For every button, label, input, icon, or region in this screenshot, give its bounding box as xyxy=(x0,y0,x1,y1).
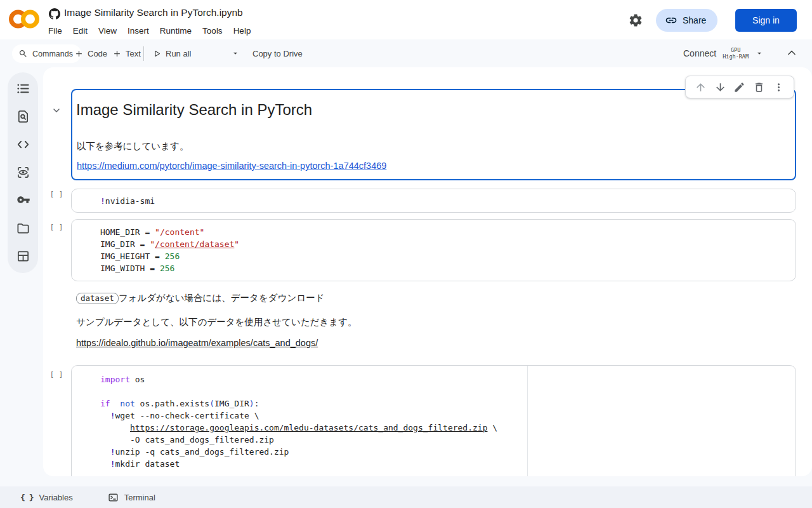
search-icon xyxy=(18,49,28,58)
menu-tools[interactable]: Tools xyxy=(202,26,223,36)
code-editor[interactable]: HOME_DIR = "/content"IMG_DIR = "/content… xyxy=(72,220,796,274)
files-folder-icon[interactable] xyxy=(16,221,30,236)
run-cell-button[interactable]: [ ] xyxy=(50,371,63,378)
share-button[interactable]: Share xyxy=(656,9,717,32)
add-text-label: Text xyxy=(126,49,141,58)
commands-button[interactable]: Commands xyxy=(12,44,81,63)
medium-article-link[interactable]: https://medium.com/pytorch/image-similar… xyxy=(77,161,386,171)
variables-label: Variables xyxy=(39,493,72,502)
runtime-ram-label: High-RAM xyxy=(723,53,749,60)
variables-button[interactable]: { } Variables xyxy=(20,493,73,502)
copy-to-drive-label: Copy to Drive xyxy=(252,49,303,58)
terminal-button[interactable]: Terminal xyxy=(108,492,155,503)
menu-edit[interactable]: Edit xyxy=(73,26,88,36)
plus-icon xyxy=(74,49,84,58)
code-cell-download-dataset[interactable]: import os if not os.path.exists(IMG_DIR)… xyxy=(71,365,796,476)
markdown-text: フォルダがない場合には、データをダウンロード xyxy=(119,293,325,303)
table-of-contents-icon[interactable] xyxy=(16,81,30,96)
toolbar-divider xyxy=(143,46,144,61)
header: Image Similarity Search in PyTorch.ipynb… xyxy=(0,0,812,39)
find-and-replace-icon[interactable] xyxy=(16,109,30,124)
code-cell-nvidia-smi[interactable]: !nvidia-smi xyxy=(71,189,796,213)
run-cell-button[interactable]: [ ] xyxy=(50,224,63,231)
menubar: File Edit View Insert Runtime Tools Help xyxy=(48,26,251,36)
column-ruler xyxy=(527,366,528,476)
menu-view[interactable]: View xyxy=(98,26,117,36)
move-cell-up-icon[interactable] xyxy=(695,81,707,93)
cell-toolbar xyxy=(685,76,794,98)
idealo-dataset-link[interactable]: https://idealo.github.io/imageatm/exampl… xyxy=(76,338,318,348)
sign-in-button[interactable]: Sign in xyxy=(735,9,797,32)
markdown-dataset-line1: datasetフォルダがない場合には、データをダウンロード xyxy=(76,292,324,304)
copy-to-drive-button[interactable]: Copy to Drive xyxy=(252,44,303,63)
settings-gear-icon[interactable] xyxy=(628,13,643,28)
code-editor[interactable]: !nvidia-smi xyxy=(72,189,796,207)
braces-icon: { } xyxy=(20,493,33,502)
code-editor[interactable]: import os if not os.path.exists(IMG_DIR)… xyxy=(72,366,796,470)
add-text-button[interactable]: Text xyxy=(112,44,141,63)
connect-dropdown-caret-icon[interactable] xyxy=(755,49,764,58)
colab-logo-right-ring xyxy=(23,12,37,26)
menu-insert[interactable]: Insert xyxy=(128,26,149,36)
run-all-button[interactable]: Run all xyxy=(152,44,191,63)
runtime-type-badge: GPU High-RAM xyxy=(723,47,749,60)
menu-help[interactable]: Help xyxy=(233,26,251,36)
markdown-paragraph: 以下を参考にしています。 xyxy=(77,140,188,152)
link-icon xyxy=(665,14,678,27)
sign-in-label: Sign in xyxy=(752,15,780,25)
code-cell-constants[interactable]: HOME_DIR = "/content"IMG_DIR = "/content… xyxy=(71,219,796,281)
footer-bar: { } Variables Terminal xyxy=(0,486,812,508)
plus-icon xyxy=(112,49,122,58)
more-cell-actions-icon[interactable] xyxy=(773,81,785,93)
collapse-header-chevron-up-icon[interactable] xyxy=(785,46,798,59)
share-label: Share xyxy=(683,15,706,25)
code-snippets-icon[interactable] xyxy=(16,137,30,152)
terminal-icon xyxy=(108,492,119,503)
add-code-button[interactable]: Code xyxy=(74,44,107,63)
github-icon xyxy=(49,8,60,20)
left-sidebar xyxy=(8,72,38,273)
edit-cell-pencil-icon[interactable] xyxy=(733,81,745,93)
menu-runtime[interactable]: Runtime xyxy=(160,26,192,36)
variable-inspector-eye-scan-icon[interactable] xyxy=(16,165,30,180)
run-cell-button[interactable]: [ ] xyxy=(50,190,63,197)
delete-cell-trash-icon[interactable] xyxy=(753,81,765,93)
data-table-icon[interactable] xyxy=(16,249,30,264)
commands-label: Commands xyxy=(32,50,73,58)
markdown-dataset-line2: サンプルデータとして、以下のデータを使用させていただきます。 xyxy=(76,316,357,328)
menu-file[interactable]: File xyxy=(48,26,62,36)
notebook-content-area: Image Similarity Search in PyTorch 以下を参考… xyxy=(43,67,812,476)
terminal-label: Terminal xyxy=(124,493,155,502)
connect-label: Connect xyxy=(683,48,716,58)
colab-logo-icon[interactable] xyxy=(9,8,39,30)
notebook-title[interactable]: Image Similarity Search in PyTorch.ipynb xyxy=(64,7,243,18)
move-cell-down-icon[interactable] xyxy=(714,81,726,93)
notebook-toolbar: Commands Code Text Run all Copy to Drive… xyxy=(0,39,812,67)
markdown-cell-intro[interactable]: Image Similarity Search in PyTorch 以下を参考… xyxy=(71,89,796,180)
runtime-gpu-label: GPU xyxy=(731,47,740,53)
run-all-dropdown-caret-icon[interactable] xyxy=(231,49,240,58)
section-collapse-chevron-down-icon[interactable] xyxy=(51,105,62,116)
add-code-label: Code xyxy=(88,49,107,58)
connect-button[interactable]: Connect GPU High-RAM xyxy=(683,43,764,64)
run-all-label: Run all xyxy=(166,49,191,58)
markdown-heading: Image Similarity Search in PyTorch xyxy=(76,101,312,119)
secrets-key-icon[interactable] xyxy=(16,193,30,208)
inline-code-dataset: dataset xyxy=(76,293,119,304)
play-icon xyxy=(152,49,162,58)
